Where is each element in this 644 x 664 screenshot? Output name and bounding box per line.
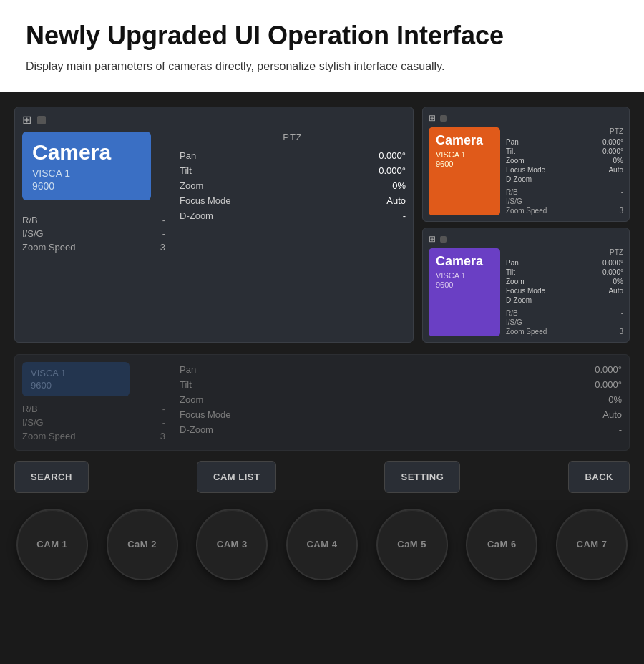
mini-tilt-label-bottom: Tilt (506, 268, 515, 276)
focus-label: Focus Mode (180, 195, 231, 206)
mini-record-icon-top (440, 115, 447, 122)
cam-list-button[interactable]: CAM LIST (197, 461, 276, 493)
mini-zs-top: Zoom Speed 3 (506, 206, 623, 215)
second-pan-value: 0.000° (595, 364, 622, 375)
setting-button[interactable]: SETTING (384, 461, 460, 493)
cam-button-3[interactable]: CAM 3 (196, 509, 268, 580)
second-isg-label: I/S/G (22, 417, 44, 428)
mini-rb-value-bottom: - (621, 309, 623, 317)
mini-focus-label-bottom: Focus Mode (506, 287, 545, 295)
mini-dzoom-bottom: D-Zoom - (506, 296, 623, 305)
mini-tilt-top: Tilt 0.000° (506, 147, 623, 156)
cam-label-6: CaM 6 (487, 539, 517, 550)
camera-baud: 9600 (32, 180, 141, 192)
mini-pan-value-top: 0.000° (602, 138, 623, 146)
rb-label: R/B (22, 215, 38, 225)
second-ptz-section: Pan 0.000° Tilt 0.000° Zoom 0% Focus Mod… (165, 362, 622, 443)
mini-rb-label-bottom: R/B (506, 309, 518, 317)
cam-button-5[interactable]: CaM 5 (376, 509, 448, 580)
ptz-section: PTZ Pan 0.000° Tilt 0.000° Zoom 0% Focu (165, 132, 406, 254)
search-button[interactable]: SEARCH (14, 461, 89, 493)
cam-button-2[interactable]: CaM 2 (107, 509, 178, 580)
mini-pan-bottom: Pan 0.000° (506, 258, 623, 268)
zoom-speed-label: Zoom Speed (22, 242, 75, 253)
cam-button-6[interactable]: CaM 6 (466, 509, 537, 580)
mini-zoom-label-bottom: Zoom (506, 278, 525, 285)
second-pan: Pan 0.000° (180, 362, 622, 377)
pan-value: 0.000° (379, 150, 406, 161)
mini-focus-value-bottom: Auto (608, 287, 623, 295)
mini-isg-bottom: I/S/G - (506, 318, 623, 327)
cam-button-1[interactable]: CAM 1 (16, 509, 88, 580)
second-dzoom-label: D-Zoom (180, 424, 213, 435)
second-pan-label: Pan (180, 364, 196, 375)
isg-label: I/S/G (22, 228, 44, 239)
cam-label-3: CAM 3 (217, 539, 248, 550)
mini-isg-value-top: - (621, 197, 623, 205)
mini-ptz-top-title: PTZ (506, 127, 623, 135)
cam-button-7[interactable]: CAM 7 (556, 509, 628, 580)
mini-dzoom-top: D-Zoom - (506, 175, 623, 184)
mini-zs-bottom: Zoom Speed 3 (506, 327, 623, 336)
pan-label: Pan (180, 150, 196, 161)
zoom-speed-value: 3 (160, 242, 165, 253)
back-button[interactable]: BACK (568, 461, 630, 493)
zoom-label: Zoom (180, 180, 203, 191)
control-buttons: SEARCH CAM LIST SETTING BACK (14, 461, 630, 500)
ptz-dzoom: D-Zoom - (180, 208, 406, 223)
device-body: ⊞ Camera VISCA 1 9600 R/B - (0, 92, 644, 500)
dark-cam-baud: 9600 (31, 380, 121, 391)
second-dzoom: D-Zoom - (180, 422, 622, 437)
second-zs-label: Zoom Speed (22, 431, 75, 441)
ptz-zoom: Zoom 0% (180, 178, 406, 193)
network-icon: ⊞ (22, 114, 31, 126)
mini-zoom-top: Zoom 0% (506, 156, 623, 165)
screen-area: ⊞ Camera VISCA 1 9600 R/B - (14, 107, 630, 343)
second-tilt-value: 0.000° (595, 379, 622, 390)
camera-name: Camera (32, 140, 141, 165)
mini-ptz-top: PTZ Pan 0.000° Tilt 0.000° Zoom 0% (506, 127, 623, 215)
cam-label-7: CAM 7 (577, 539, 608, 550)
panel-header: ⊞ (22, 114, 406, 126)
mini-pan-label-top: Pan (506, 138, 519, 146)
mini-isg-label-top: I/S/G (506, 197, 522, 205)
mini-panel-top: ⊞ Camera VISCA 1 9600 PTZ Pan 0.000° (422, 107, 630, 222)
orange-cam-baud: 9600 (436, 160, 493, 168)
focus-value: Auto (386, 195, 406, 206)
dark-cam-protocol: VISCA 1 (31, 368, 121, 379)
mini-dzoom-label-bottom: D-Zoom (506, 296, 532, 304)
ptz-title: PTZ (180, 132, 406, 142)
second-content-row: VISCA 1 9600 R/B - I/S/G - Zoom (22, 362, 622, 443)
second-dzoom-value: - (619, 424, 622, 435)
ptz-focus: Focus Mode Auto (180, 193, 406, 208)
mini-ptz-bottom: PTZ Pan 0.000° Tilt 0.000° Zoom 0% (506, 248, 623, 336)
subtitle: Display main parameters of cameras direc… (26, 58, 618, 75)
mini-rb-bottom: R/B - (506, 308, 623, 318)
top-section: Newly Upgraded UI Operation Interface Di… (0, 0, 644, 92)
mini-dzoom-value-bottom: - (621, 296, 623, 304)
second-param-isg: I/S/G - (22, 416, 165, 429)
second-rb-label: R/B (22, 404, 38, 414)
main-title: Newly Upgraded UI Operation Interface (26, 20, 618, 51)
cam-button-4[interactable]: CAM 4 (286, 509, 358, 580)
mini-focus-value-top: Auto (608, 166, 623, 174)
mini-isg-value-bottom: - (621, 318, 623, 326)
panels-right: ⊞ Camera VISCA 1 9600 PTZ Pan 0.000° (422, 107, 630, 343)
param-rb: R/B - (22, 213, 165, 227)
mini-zoom-value-top: 0% (613, 157, 623, 165)
mini-dzoom-label-top: D-Zoom (506, 175, 532, 183)
mini-panel-top-header: ⊞ (429, 113, 623, 123)
second-focus-label: Focus Mode (180, 409, 231, 420)
second-zoom-label: Zoom (180, 394, 203, 405)
mini-record-icon-bottom (440, 236, 447, 243)
second-camera-section: VISCA 1 9600 R/B - I/S/G - Zoom (22, 362, 165, 443)
cam-label-4: CAM 4 (306, 539, 337, 550)
orange-cam-name: Camera (436, 133, 493, 148)
second-zoom: Zoom 0% (180, 392, 622, 407)
mini-tilt-value-bottom: 0.000° (602, 268, 623, 276)
left-panel: ⊞ Camera VISCA 1 9600 R/B - (14, 107, 414, 343)
camera-card-blue: Camera VISCA 1 9600 (22, 132, 151, 200)
mini-zs-label-top: Zoom Speed (506, 207, 547, 215)
tilt-value: 0.000° (379, 165, 406, 176)
mini-isg-label-bottom: I/S/G (506, 318, 522, 326)
